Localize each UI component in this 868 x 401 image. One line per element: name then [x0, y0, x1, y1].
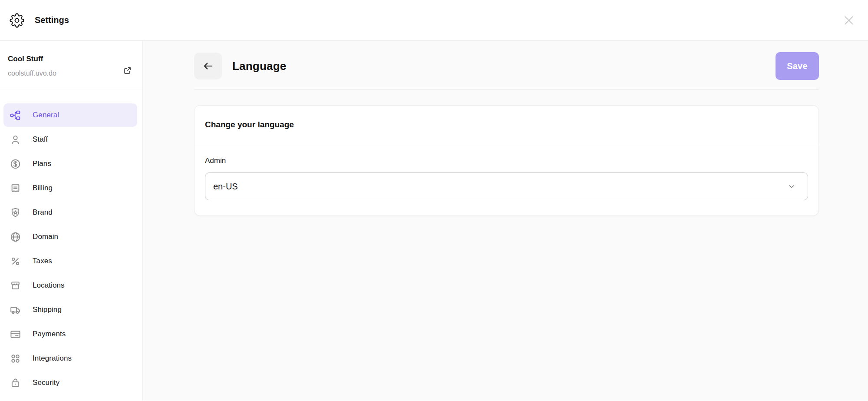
store-text: Cool Stuff coolstuff.uvo.do: [8, 55, 56, 77]
sidebar-item-label: Domain: [33, 232, 58, 241]
store-info: Cool Stuff coolstuff.uvo.do: [0, 41, 142, 87]
card-body: Admin en-US: [195, 144, 818, 215]
sidebar-item-taxes[interactable]: Taxes: [3, 249, 137, 273]
back-button[interactable]: [194, 53, 222, 80]
user-icon: [10, 134, 21, 146]
card-header: Change your language: [195, 106, 818, 144]
language-card: Change your language Admin en-US: [194, 105, 819, 216]
dollar-circle-icon: [10, 158, 21, 170]
sidebar-item-label: Shipping: [33, 305, 62, 314]
sidebar-item-label: Locations: [33, 281, 65, 290]
truck-icon: [10, 304, 21, 316]
grid-dots-icon: [10, 353, 21, 365]
window-title: Settings: [35, 15, 69, 25]
page-header: Language Save: [194, 52, 819, 80]
sidebar-item-integrations[interactable]: Integrations: [3, 347, 137, 370]
lock-icon: [10, 377, 21, 389]
sidebar-item-label: Brand: [33, 208, 53, 217]
header-divider: [194, 89, 819, 90]
sidebar-item-brand[interactable]: Brand: [3, 201, 137, 224]
sidebar-item-plans[interactable]: Plans: [3, 152, 137, 176]
sidebar-item-domain[interactable]: Domain: [3, 225, 137, 249]
sidebar-item-label: Security: [33, 378, 59, 387]
select-value: en-US: [213, 182, 238, 192]
sidebar-item-label: Integrations: [33, 354, 72, 363]
sidebar-item-label: Payments: [33, 330, 66, 338]
sidebar-item-label: General: [33, 111, 59, 119]
storefront-icon: [10, 280, 21, 292]
settings-window: Settings Cool Stuff coolstuff.uvo.do: [0, 0, 868, 401]
percent-icon: [10, 255, 21, 267]
open-storefront-button[interactable]: [123, 66, 132, 75]
receipt-icon: [10, 182, 21, 194]
sidebar-item-billing[interactable]: Billing: [3, 176, 137, 200]
sidebar-item-label: Staff: [33, 135, 48, 144]
sidebar-item-shipping[interactable]: Shipping: [3, 298, 137, 321]
sidebar-item-locations[interactable]: Locations: [3, 274, 137, 297]
close-button[interactable]: [842, 13, 856, 27]
save-button[interactable]: Save: [776, 52, 819, 80]
topbar: Settings: [0, 0, 868, 41]
sidebar-item-label: Taxes: [33, 257, 52, 265]
sidebar-item-payments[interactable]: Payments: [3, 322, 137, 346]
page-title: Language: [232, 60, 286, 73]
sidebar-item-staff[interactable]: Staff: [3, 128, 137, 151]
sidebar-item-security[interactable]: Security: [3, 371, 137, 394]
admin-label: Admin: [205, 156, 808, 165]
store-domain: coolstuff.uvo.do: [8, 69, 56, 77]
credit-card-icon: [10, 328, 21, 340]
close-icon: [842, 13, 856, 27]
external-link-icon: [123, 66, 132, 75]
arrow-left-icon: [202, 60, 214, 72]
shield-star-icon: [10, 207, 21, 219]
hierarchy-icon: [10, 109, 21, 121]
sidebar-nav: General Staff Plans Billing Brand Domain…: [0, 87, 142, 394]
gear-icon: [10, 13, 24, 28]
store-name: Cool Stuff: [8, 55, 56, 63]
globe-icon: [10, 231, 21, 243]
chevron-down-icon: [787, 182, 796, 191]
main-content: Language Save Change your language Admin…: [143, 41, 868, 401]
sidebar-item-label: Plans: [33, 159, 51, 168]
card-title: Change your language: [205, 120, 294, 129]
admin-language-select[interactable]: en-US: [205, 172, 808, 200]
sidebar-item-label: Billing: [33, 184, 53, 192]
sidebar: Cool Stuff coolstuff.uvo.do General Staf…: [0, 41, 143, 401]
sidebar-item-general[interactable]: General: [3, 103, 137, 127]
